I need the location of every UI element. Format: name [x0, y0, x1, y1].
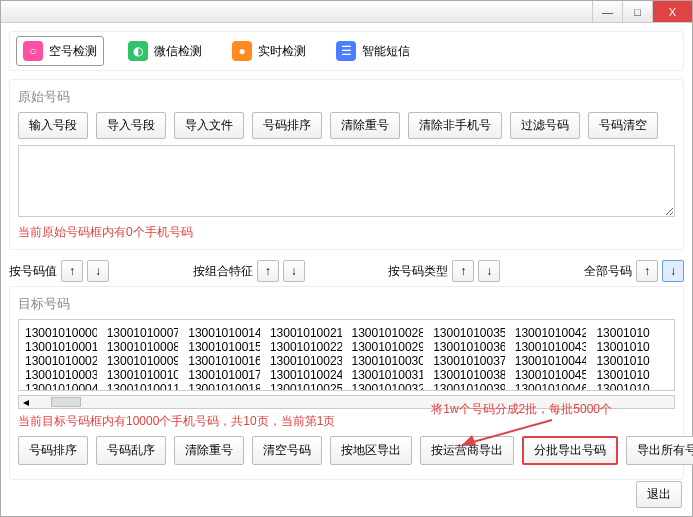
export-by-carrier-button[interactable]: 按运营商导出: [420, 436, 514, 465]
list-item[interactable]: 13001010016: [188, 354, 260, 368]
sort-by-value-label: 按号码值: [9, 263, 57, 280]
list-item[interactable]: 13001010035: [433, 326, 505, 340]
scrollbar-thumb[interactable]: [51, 397, 81, 407]
list-item[interactable]: 13001010032: [352, 382, 424, 391]
list-item[interactable]: 13001010017: [188, 368, 260, 382]
tab-wechat-detect[interactable]: ◐ 微信检测: [122, 36, 208, 66]
input-segment-button[interactable]: 输入号段: [18, 112, 88, 139]
list-item[interactable]: 13001010031: [352, 368, 424, 382]
list-item[interactable]: 13001010043: [515, 340, 587, 354]
list-item[interactable]: 13001010000: [25, 326, 97, 340]
clear-numbers-button[interactable]: 号码清空: [588, 112, 658, 139]
export-by-region-button[interactable]: 按地区导出: [330, 436, 412, 465]
list-item[interactable]: 13001010042: [515, 326, 587, 340]
list-item[interactable]: 13001010024: [270, 368, 342, 382]
list-item[interactable]: 13001010003: [25, 368, 97, 382]
export-all-button[interactable]: 导出所有号码: [626, 436, 693, 465]
list-item[interactable]: 13001010: [596, 354, 668, 368]
sort-asc-button[interactable]: ↑: [257, 260, 279, 282]
list-item[interactable]: 13001010018: [188, 382, 260, 391]
source-toolbar: 输入号段 导入号段 导入文件 号码排序 清除重号 清除非手机号 过滤号码 号码清…: [18, 112, 675, 139]
list-item[interactable]: 13001010004: [25, 382, 97, 391]
target-status: 当前目标号码框内有10000个手机号码，共10页，当前第1页: [18, 413, 675, 430]
panel-title: 目标号码: [18, 295, 675, 313]
list-item[interactable]: 13001010014: [188, 326, 260, 340]
panel-title: 原始号码: [18, 88, 675, 106]
tab-realtime-detect[interactable]: ● 实时检测: [226, 36, 312, 66]
sort-desc-button[interactable]: ↓: [87, 260, 109, 282]
list-item[interactable]: 13001010028: [352, 326, 424, 340]
remove-dup-button[interactable]: 清除重号: [330, 112, 400, 139]
list-item[interactable]: 13001010002: [25, 354, 97, 368]
horizontal-scrollbar[interactable]: ◂: [18, 395, 675, 409]
tab-label: 实时检测: [258, 43, 306, 60]
titlebar: — □ X: [1, 1, 692, 23]
source-panel: 原始号码 输入号段 导入号段 导入文件 号码排序 清除重号 清除非手机号 过滤号…: [9, 79, 684, 250]
list-item[interactable]: 13001010029: [352, 340, 424, 354]
list-item[interactable]: 13001010: [596, 340, 668, 354]
list-item[interactable]: 13001010025: [270, 382, 342, 391]
exit-button[interactable]: 退出: [636, 481, 682, 508]
sort-numbers-button[interactable]: 号码排序: [252, 112, 322, 139]
list-item[interactable]: 13001010044: [515, 354, 587, 368]
filter-numbers-button[interactable]: 过滤号码: [510, 112, 580, 139]
sort-by-type-label: 按号码类型: [388, 263, 448, 280]
dot-icon: ●: [232, 41, 252, 61]
list-item[interactable]: 13001010030: [352, 354, 424, 368]
close-button[interactable]: X: [652, 1, 692, 22]
sort-desc-button[interactable]: ↓: [478, 260, 500, 282]
sort-asc-button[interactable]: ↑: [61, 260, 83, 282]
maximize-button[interactable]: □: [622, 1, 652, 22]
tab-label: 微信检测: [154, 43, 202, 60]
list-item[interactable]: 13001010011: [107, 382, 179, 391]
tab-bar: ○ 空号检测 ◐ 微信检测 ● 实时检测 ☰ 智能短信: [9, 31, 684, 71]
target-panel: 目标号码 13001010000130010100071300101001413…: [9, 286, 684, 480]
tab-empty-detect[interactable]: ○ 空号检测: [16, 36, 104, 66]
source-status: 当前原始号码框内有0个手机号码: [18, 224, 675, 241]
list-item[interactable]: 13001010001: [25, 340, 97, 354]
sort-desc-button[interactable]: ↓: [283, 260, 305, 282]
list-item[interactable]: 13001010045: [515, 368, 587, 382]
list-item[interactable]: 13001010008: [107, 340, 179, 354]
all-numbers-label: 全部号码: [584, 263, 632, 280]
remove-dup-button[interactable]: 清除重号: [174, 436, 244, 465]
list-item[interactable]: 13001010009: [107, 354, 179, 368]
list-item[interactable]: 13001010039: [433, 382, 505, 391]
wechat-icon: ◐: [128, 41, 148, 61]
sort-desc-button[interactable]: ↓: [662, 260, 684, 282]
list-item[interactable]: 13001010015: [188, 340, 260, 354]
sort-button[interactable]: 号码排序: [18, 436, 88, 465]
target-toolbar: 号码排序 号码乱序 清除重号 清空号码 按地区导出 按运营商导出 分批导出号码 …: [18, 436, 675, 465]
import-segment-button[interactable]: 导入号段: [96, 112, 166, 139]
target-listbox[interactable]: 1300101000013001010007130010100141300101…: [18, 319, 675, 391]
sort-asc-button[interactable]: ↑: [452, 260, 474, 282]
list-item[interactable]: 13001010022: [270, 340, 342, 354]
clear-button[interactable]: 清空号码: [252, 436, 322, 465]
list-item[interactable]: 13001010: [596, 368, 668, 382]
sort-row: 按号码值 ↑ ↓ 按组合特征 ↑ ↓ 按号码类型 ↑ ↓ 全部号码 ↑ ↓: [9, 256, 684, 286]
list-item[interactable]: 13001010007: [107, 326, 179, 340]
list-item[interactable]: 13001010021: [270, 326, 342, 340]
tab-label: 空号检测: [49, 43, 97, 60]
export-batch-button[interactable]: 分批导出号码: [522, 436, 618, 465]
list-item[interactable]: 13001010: [596, 382, 668, 391]
list-item[interactable]: 13001010: [596, 326, 668, 340]
list-item[interactable]: 13001010046: [515, 382, 587, 391]
list-item[interactable]: 13001010023: [270, 354, 342, 368]
sms-icon: ☰: [336, 41, 356, 61]
shuffle-button[interactable]: 号码乱序: [96, 436, 166, 465]
source-textarea[interactable]: [18, 145, 675, 217]
sort-by-feature-label: 按组合特征: [193, 263, 253, 280]
sort-asc-button[interactable]: ↑: [636, 260, 658, 282]
import-file-button[interactable]: 导入文件: [174, 112, 244, 139]
tab-label: 智能短信: [362, 43, 410, 60]
list-item[interactable]: 13001010037: [433, 354, 505, 368]
circle-icon: ○: [23, 41, 43, 61]
minimize-button[interactable]: —: [592, 1, 622, 22]
list-item[interactable]: 13001010010: [107, 368, 179, 382]
tab-smart-sms[interactable]: ☰ 智能短信: [330, 36, 416, 66]
list-item[interactable]: 13001010036: [433, 340, 505, 354]
list-item[interactable]: 13001010038: [433, 368, 505, 382]
remove-nonmobile-button[interactable]: 清除非手机号: [408, 112, 502, 139]
